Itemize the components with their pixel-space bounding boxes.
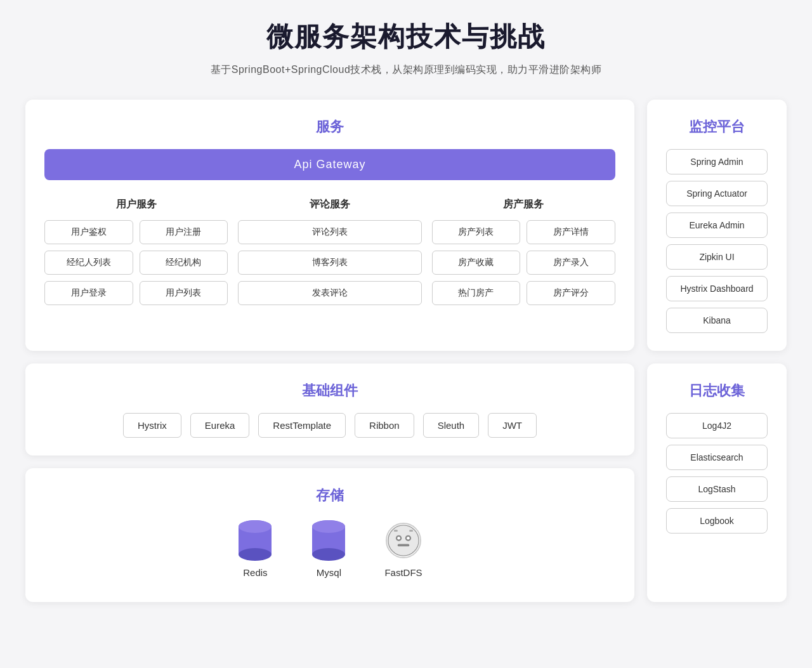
list-item: Hystrix (123, 413, 181, 438)
services-panel: 服务 Api Gateway 用户服务 用户鉴权 用户注册 经纪人列表 经纪机构… (25, 100, 634, 351)
svg-point-8 (388, 525, 419, 556)
redis-icon (237, 518, 273, 562)
list-item: 博客列表 (238, 251, 421, 275)
api-gateway-bar: Api Gateway (44, 149, 615, 180)
bottom-grid: 基础组件 Hystrix Eureka RestTemplate Ribbon … (25, 363, 787, 602)
list-item: Spring Admin (666, 149, 768, 174)
list-item: 热门房产 (432, 281, 521, 305)
svg-point-7 (312, 520, 345, 533)
log-panel-title: 日志收集 (666, 381, 768, 400)
mysql-item: Mysql (311, 518, 346, 578)
svg-rect-14 (394, 530, 398, 532)
list-item: 房产详情 (527, 220, 615, 244)
list-item: 房产录入 (527, 251, 615, 275)
services-row: 用户服务 用户鉴权 用户注册 经纪人列表 经纪机构 用户登录 用户列表 评论服务… (44, 198, 615, 305)
user-service-title: 用户服务 (116, 198, 157, 211)
svg-rect-11 (398, 544, 410, 547)
svg-point-3 (239, 520, 272, 533)
svg-rect-15 (409, 530, 413, 532)
infra-chips: Hystrix Eureka RestTemplate Ribbon Sleut… (44, 413, 615, 438)
storage-items: Redis Mysql (44, 518, 615, 584)
list-item: 房产列表 (432, 220, 521, 244)
list-item: 经纪人列表 (44, 251, 133, 275)
top-grid: 服务 Api Gateway 用户服务 用户鉴权 用户注册 经纪人列表 经纪机构… (25, 100, 787, 351)
list-item: Eureka Admin (666, 213, 768, 238)
list-item: RestTemplate (258, 413, 346, 438)
monitor-panel-title: 监控平台 (666, 117, 768, 136)
bottom-left-panels: 基础组件 Hystrix Eureka RestTemplate Ribbon … (25, 363, 634, 602)
list-item: Logbook (666, 508, 768, 534)
list-item: Elasticsearch (666, 445, 768, 470)
infra-panel: 基础组件 Hystrix Eureka RestTemplate Ribbon … (25, 363, 634, 455)
svg-point-6 (312, 548, 345, 561)
list-item: Hystrix Dashboard (666, 276, 768, 301)
list-item: JWT (488, 413, 537, 438)
list-item: 用户登录 (44, 281, 133, 305)
redis-label: Redis (243, 567, 267, 578)
user-service-items: 用户鉴权 用户注册 经纪人列表 经纪机构 用户登录 用户列表 (44, 220, 228, 305)
mysql-label: Mysql (317, 567, 341, 578)
list-item: 经纪机构 (140, 251, 228, 275)
list-item: Ribbon (355, 413, 414, 438)
list-item: LogStash (666, 476, 768, 502)
services-panel-title: 服务 (44, 117, 615, 136)
page-title: 微服务架构技术与挑战 (25, 19, 787, 55)
infra-panel-title: 基础组件 (44, 381, 615, 400)
house-service-title: 房产服务 (503, 198, 544, 211)
page-subtitle: 基于SpringBoot+SpringCloud技术栈，从架构原理到编码实现，助… (25, 63, 787, 77)
comment-service-title: 评论服务 (310, 198, 350, 211)
page-header: 微服务架构技术与挑战 基于SpringBoot+SpringCloud技术栈，从… (25, 19, 787, 77)
list-item: 评论列表 (238, 220, 421, 244)
list-item: Zipkin UI (666, 244, 768, 270)
log-panel: 日志收集 Log4J2 Elasticsearch LogStash Logbo… (647, 363, 787, 602)
mysql-icon (311, 518, 346, 562)
list-item: Log4J2 (666, 413, 768, 438)
storage-panel: 存储 Redis (25, 468, 634, 602)
list-item: 发表评论 (238, 281, 421, 305)
house-service-items: 房产列表 房产详情 房产收藏 房产录入 热门房产 房产评分 (432, 220, 615, 305)
house-service-group: 房产服务 房产列表 房产详情 房产收藏 房产录入 热门房产 房产评分 (432, 198, 615, 305)
list-item: Kibana (666, 308, 768, 333)
list-item: 房产评分 (527, 281, 615, 305)
monitor-panel: 监控平台 Spring Admin Spring Actuator Eureka… (647, 100, 787, 351)
list-item: Sleuth (423, 413, 480, 438)
list-item: Eureka (190, 413, 250, 438)
list-item: 用户注册 (140, 220, 228, 244)
list-item: 用户鉴权 (44, 220, 133, 244)
user-service-group: 用户服务 用户鉴权 用户注册 经纪人列表 经纪机构 用户登录 用户列表 (44, 198, 228, 305)
list-item: 房产收藏 (432, 251, 521, 275)
svg-point-2 (239, 548, 272, 561)
fastdfs-label: FastDFS (384, 567, 422, 578)
list-item: Spring Actuator (666, 181, 768, 206)
fastdfs-icon (386, 523, 421, 558)
redis-item: Redis (237, 518, 273, 578)
comment-service-group: 评论服务 评论列表 博客列表 发表评论 (238, 198, 421, 305)
comment-service-items: 评论列表 博客列表 发表评论 (238, 220, 421, 305)
svg-point-12 (397, 537, 400, 540)
storage-panel-title: 存储 (44, 486, 615, 505)
list-item: 用户列表 (140, 281, 228, 305)
fastdfs-item: FastDFS (384, 523, 422, 578)
svg-point-13 (407, 537, 410, 540)
